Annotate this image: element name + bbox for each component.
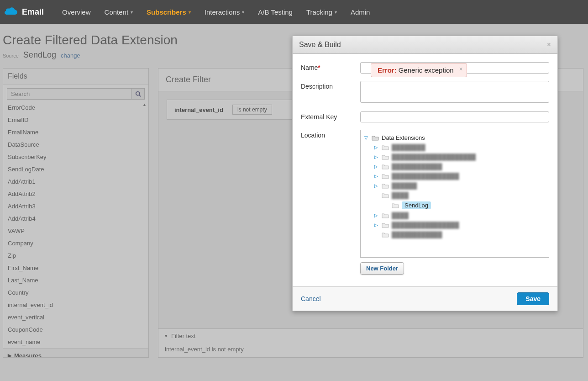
- expand-icon[interactable]: ▷: [373, 183, 379, 188]
- new-folder-button[interactable]: New Folder: [360, 262, 404, 275]
- name-label: Name*: [301, 62, 360, 74]
- tree-label: SendLog: [402, 201, 431, 209]
- folder-icon: [382, 154, 389, 160]
- tree-item[interactable]: ▷████████████████: [373, 171, 547, 181]
- chevron-down-icon: ▾: [189, 10, 191, 15]
- tree-item-sendlog[interactable]: ▷SendLog: [383, 200, 547, 211]
- modal-body: Name* Description External Key Location …: [293, 54, 557, 286]
- nav-label: Subscribers: [147, 8, 186, 16]
- expand-icon[interactable]: ▷: [373, 174, 379, 179]
- save-button[interactable]: Save: [517, 292, 549, 305]
- folder-icon: [372, 135, 379, 141]
- error-toast: Error: Generic exception ×: [371, 63, 467, 77]
- tree-label: ████████████: [392, 163, 442, 170]
- modal-title: Save & Build: [299, 41, 341, 49]
- chevron-down-icon: ▾: [335, 10, 337, 15]
- nav-tracking[interactable]: Tracking▾: [306, 8, 337, 16]
- folder-icon: [382, 173, 389, 179]
- tree-label: ████: [392, 192, 409, 199]
- folder-icon: [382, 192, 389, 198]
- tree-item[interactable]: ▷████: [373, 211, 547, 220]
- top-nav: Email Overview Content▾ Subscribers▾ Int…: [0, 0, 588, 24]
- app-name: Email: [22, 7, 44, 17]
- nav-interactions[interactable]: Interactions▾: [205, 8, 245, 16]
- cancel-button[interactable]: Cancel: [301, 295, 321, 302]
- folder-icon: [392, 202, 399, 208]
- toast-close-button[interactable]: ×: [459, 65, 462, 73]
- nav-label: Admin: [351, 8, 370, 16]
- cloud-logo: [5, 7, 18, 17]
- modal-header: Save & Build ×: [293, 36, 557, 54]
- nav-items: Overview Content▾ Subscribers▾ Interacti…: [62, 8, 370, 16]
- expand-icon[interactable]: ▷: [373, 222, 379, 228]
- tree-label: Data Extensions: [382, 134, 425, 141]
- tree-item[interactable]: ▷██████: [373, 181, 547, 190]
- folder-icon: [382, 222, 389, 228]
- external-key-label: External Key: [301, 111, 360, 122]
- tree-label: ████████████: [392, 231, 442, 238]
- expand-icon[interactable]: ▷: [373, 164, 379, 169]
- tree-item[interactable]: ▷████████████████████: [373, 152, 547, 162]
- folder-icon: [382, 144, 389, 150]
- location-label: Location: [301, 130, 360, 275]
- nav-label: Tracking: [306, 8, 332, 16]
- folder-icon: [382, 232, 389, 238]
- tree-label: ██████: [392, 182, 417, 189]
- chevron-down-icon: ▾: [242, 10, 244, 15]
- modal-close-button[interactable]: ×: [547, 41, 551, 49]
- collapse-icon[interactable]: ▽: [363, 135, 369, 140]
- nav-admin[interactable]: Admin: [351, 8, 370, 16]
- nav-label: Overview: [62, 8, 91, 16]
- tree-root[interactable]: ▽ Data Extensions: [362, 133, 547, 143]
- folder-icon: [382, 183, 389, 189]
- tree-label: ████████: [392, 144, 425, 151]
- expand-icon[interactable]: ▷: [373, 145, 379, 150]
- tree-item[interactable]: ▷████████████: [373, 162, 547, 171]
- error-message: Generic exception: [399, 66, 454, 74]
- nav-label: A/B Testing: [258, 8, 293, 16]
- tree-item[interactable]: ▷████████████████: [373, 220, 547, 230]
- tree-label: ████████████████████: [392, 153, 476, 160]
- tree-item[interactable]: ▷████████████: [373, 230, 547, 239]
- location-tree[interactable]: ▽ Data Extensions ▷████████ ▷███████████…: [360, 130, 549, 258]
- expand-icon[interactable]: ▷: [373, 213, 379, 218]
- description-label: Description: [301, 81, 360, 104]
- error-prefix: Error:: [378, 66, 397, 74]
- expand-icon[interactable]: ▷: [373, 154, 379, 159]
- tree-label: ████████████████: [392, 173, 459, 180]
- nav-ab-testing[interactable]: A/B Testing: [258, 8, 293, 16]
- nav-label: Interactions: [205, 8, 240, 16]
- folder-icon: [382, 164, 389, 169]
- description-input[interactable]: [360, 81, 549, 103]
- tree-item[interactable]: ▷████: [373, 190, 547, 200]
- nav-overview[interactable]: Overview: [62, 8, 91, 16]
- modal-footer: Cancel Save: [293, 286, 557, 311]
- nav-subscribers[interactable]: Subscribers▾: [147, 8, 191, 16]
- chevron-down-icon: ▾: [131, 10, 133, 15]
- nav-label: Content: [105, 8, 129, 16]
- tree-item[interactable]: ▷████████: [373, 143, 547, 152]
- tree-label: ████████████████: [392, 222, 459, 228]
- tree-label: ████: [392, 212, 409, 219]
- nav-content[interactable]: Content▾: [105, 8, 133, 16]
- external-key-input[interactable]: [360, 111, 549, 122]
- folder-icon: [382, 212, 389, 218]
